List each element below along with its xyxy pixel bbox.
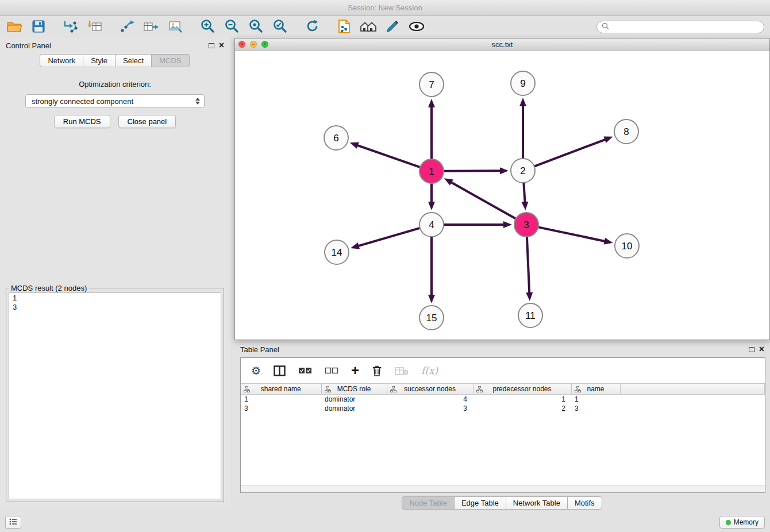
graph-node[interactable]: 4 (419, 213, 444, 237)
apply-style-button[interactable] (384, 18, 401, 36)
node-table-head-row: shared nameMCDS rolesuccessor nodesprede… (241, 384, 765, 395)
graph-node[interactable]: 11 (518, 303, 542, 327)
zoom-out-button[interactable] (223, 18, 240, 36)
table-cell[interactable]: 4 (387, 395, 473, 404)
column-header[interactable]: shared name (241, 384, 321, 395)
run-mcds-button[interactable]: Run MCDS (54, 115, 110, 128)
table-cell[interactable]: 3 (241, 404, 321, 413)
graph-node[interactable]: 8 (614, 119, 638, 144)
mcds-result-title: MCDS result (2 nodes) (9, 284, 89, 292)
graph-edge[interactable] (527, 237, 529, 293)
function-builder-icon: f(x) (421, 365, 438, 376)
graph-edge[interactable] (444, 171, 500, 171)
export-table-button[interactable] (143, 18, 160, 36)
tab-style[interactable]: Style (83, 54, 116, 67)
network-window-titlebar[interactable]: scc.txt × − + (235, 38, 769, 51)
home-button[interactable] (360, 18, 377, 36)
tab-select[interactable]: Select (115, 54, 152, 67)
graph-node[interactable]: 14 (325, 240, 349, 264)
float-panel-icon[interactable] (209, 43, 214, 48)
graph-node[interactable]: 9 (511, 71, 535, 95)
graph-node[interactable]: 15 (419, 306, 444, 330)
table-settings-icon[interactable]: ⚙ (251, 364, 261, 377)
table-cell[interactable]: 1 (241, 395, 321, 404)
graph-edge[interactable] (523, 183, 525, 202)
tab-motifs[interactable]: Motifs (567, 496, 602, 510)
memory-button[interactable]: Memory (719, 516, 765, 529)
network-window[interactable]: scc.txt × − + 7968124314101511 (234, 38, 770, 340)
maximize-window-icon[interactable]: + (261, 41, 268, 48)
column-header[interactable]: name (571, 384, 620, 395)
graph-node[interactable]: 2 (511, 159, 535, 183)
window-titlebar[interactable]: Session: New Session (0, 0, 770, 16)
zoom-in-button[interactable] (199, 18, 216, 36)
table-panel-header: Table Panel × (234, 342, 770, 356)
refresh-layout-button[interactable] (303, 18, 321, 36)
tab-mcds[interactable]: MCDS (151, 54, 189, 67)
table-cell[interactable]: 1 (473, 395, 571, 404)
search-input[interactable] (612, 23, 759, 31)
graph-node[interactable]: 3 (514, 213, 538, 237)
show-panel-button[interactable] (5, 516, 21, 529)
table-cell[interactable]: 2 (473, 404, 571, 413)
result-item[interactable]: 3 (13, 303, 217, 312)
table-cell[interactable]: 3 (571, 404, 620, 413)
select-all-columns-icon[interactable] (298, 367, 312, 375)
zoom-fit-button[interactable] (247, 18, 264, 36)
graph-node-label: 2 (520, 165, 525, 176)
import-network-button[interactable] (62, 18, 79, 36)
column-tree-icon (325, 386, 331, 394)
table-hscrollbar[interactable] (241, 485, 765, 492)
minimize-window-icon[interactable]: − (250, 41, 257, 48)
tab-edge-table[interactable]: Edge Table (454, 496, 506, 510)
export-image-button[interactable] (167, 18, 184, 36)
criterion-dropdown[interactable]: strongly connected component (25, 94, 205, 108)
table-cell[interactable]: dominator (321, 404, 387, 413)
graph-edge-arrow (526, 292, 533, 301)
close-window-icon[interactable]: × (238, 41, 245, 48)
export-network-button[interactable] (118, 18, 136, 36)
tab-network[interactable]: Network (40, 54, 83, 67)
graph-edge[interactable] (538, 227, 605, 241)
table-row[interactable]: 1dominator411 (241, 395, 765, 404)
show-columns-icon[interactable] (274, 365, 286, 376)
graph-edge[interactable] (534, 140, 606, 167)
tab-network-table[interactable]: Network Table (506, 496, 568, 510)
mcds-result-list[interactable]: 13 (9, 292, 221, 499)
tab-node-table[interactable]: Node Table (402, 496, 455, 510)
column-header[interactable]: MCDS role (321, 384, 387, 395)
table-row[interactable]: 3dominator323 (241, 404, 765, 413)
zoom-selected-button[interactable] (271, 18, 288, 36)
save-session-button[interactable] (30, 18, 47, 36)
graph-edge[interactable] (357, 145, 420, 167)
close-panel-icon[interactable]: × (219, 43, 224, 48)
graph-node[interactable]: 10 (615, 234, 639, 258)
network-document-button[interactable] (336, 18, 353, 36)
table-cell[interactable]: 1 (571, 395, 620, 404)
open-session-button[interactable] (6, 18, 23, 36)
graph-node[interactable]: 7 (419, 72, 444, 97)
float-table-panel-icon[interactable] (749, 347, 754, 352)
close-table-panel-icon[interactable]: × (759, 346, 764, 352)
show-hide-button[interactable] (408, 18, 425, 36)
graph-node-label: 3 (523, 219, 529, 230)
unselect-all-columns-icon[interactable] (325, 367, 338, 375)
graph-edge[interactable] (451, 182, 516, 219)
create-column-icon[interactable]: + (351, 365, 359, 376)
delete-column-icon[interactable] (372, 365, 382, 377)
result-item[interactable]: 1 (13, 294, 217, 303)
network-canvas[interactable]: 7968124314101511 (235, 51, 769, 340)
search-box[interactable] (596, 21, 764, 33)
graph-edge-arrow (444, 178, 453, 186)
graph-edge[interactable] (358, 228, 419, 246)
close-panel-button[interactable]: Close panel (118, 115, 176, 128)
table-cell[interactable]: dominator (321, 395, 387, 404)
column-header[interactable]: successor nodes (387, 384, 473, 395)
column-header[interactable]: predecessor nodes (473, 384, 571, 395)
import-table-button[interactable] (86, 18, 103, 36)
search-icon (602, 22, 609, 32)
graph-node[interactable]: 6 (324, 126, 348, 150)
graph-node[interactable]: 1 (419, 159, 444, 183)
zoom-fit-icon (248, 18, 264, 36)
table-cell[interactable]: 3 (387, 404, 473, 413)
